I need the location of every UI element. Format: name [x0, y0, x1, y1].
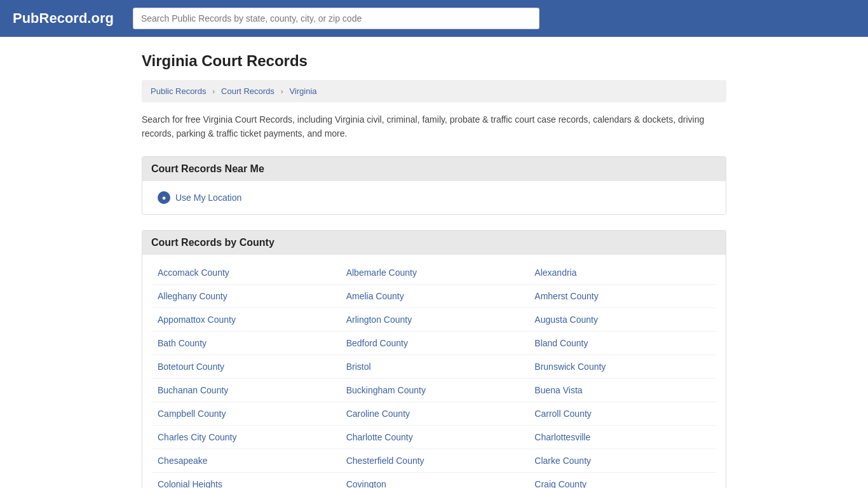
county-link[interactable]: Chesterfield County [346, 456, 424, 466]
use-my-location-button[interactable]: ● Use My Location [158, 191, 241, 204]
county-row: Botetourt CountyBristolBrunswick County [151, 355, 717, 379]
county-cell: Albemarle County [340, 261, 529, 284]
county-link[interactable]: Clarke County [534, 456, 591, 466]
county-link[interactable]: Charlotte County [346, 432, 413, 442]
county-link[interactable]: Colonial Heights [158, 479, 222, 488]
county-link[interactable]: Botetourt County [158, 362, 224, 372]
near-me-content: ● Use My Location [142, 181, 726, 214]
county-link[interactable]: Bedford County [346, 338, 408, 348]
county-cell: Charlottesville [528, 426, 717, 449]
county-link[interactable]: Buckingham County [346, 385, 426, 395]
site-title[interactable]: PubRecord.org [13, 10, 114, 27]
county-section: Court Records by County Accomack CountyA… [142, 230, 726, 488]
county-link[interactable]: Buchanan County [158, 385, 228, 395]
county-cell: Caroline County [340, 402, 529, 425]
county-row: Buchanan CountyBuckingham CountyBuena Vi… [151, 379, 717, 402]
county-cell: Botetourt County [151, 355, 340, 378]
county-cell: Arlington County [340, 308, 529, 331]
county-row: Colonial HeightsCovingtonCraig County [151, 473, 717, 488]
use-my-location-label: Use My Location [175, 193, 241, 203]
county-cell: Charles City County [151, 426, 340, 449]
county-list: Accomack CountyAlbemarle CountyAlexandri… [142, 255, 726, 488]
county-row: Campbell CountyCaroline CountyCarroll Co… [151, 402, 717, 426]
county-link[interactable]: Alexandria [534, 268, 576, 278]
county-cell: Colonial Heights [151, 473, 340, 488]
county-link[interactable]: Brunswick County [534, 362, 606, 372]
county-cell: Accomack County [151, 261, 340, 284]
near-me-section: Court Records Near Me ● Use My Location [142, 156, 726, 215]
county-cell: Buchanan County [151, 379, 340, 402]
county-link[interactable]: Bland County [534, 338, 588, 348]
county-row: Appomattox CountyArlington CountyAugusta… [151, 308, 717, 332]
county-link[interactable]: Bath County [158, 338, 207, 348]
page-title: Virginia Court Records [142, 52, 726, 70]
county-link[interactable]: Carroll County [534, 409, 591, 419]
county-cell: Buckingham County [340, 379, 529, 402]
county-link[interactable]: Amherst County [534, 291, 598, 301]
county-row: Alleghany CountyAmelia CountyAmherst Cou… [151, 285, 717, 308]
county-link[interactable]: Augusta County [534, 315, 598, 325]
county-link[interactable]: Chesapeake [158, 456, 208, 466]
county-cell: Brunswick County [528, 355, 717, 378]
page-description: Search for free Virginia Court Records, … [142, 112, 726, 141]
county-cell: Charlotte County [340, 426, 529, 449]
county-cell: Amelia County [340, 285, 529, 308]
search-input[interactable] [133, 8, 539, 29]
county-cell: Clarke County [528, 449, 717, 472]
near-me-header: Court Records Near Me [142, 157, 726, 181]
county-cell: Craig County [528, 473, 717, 488]
county-link[interactable]: Caroline County [346, 409, 410, 419]
county-cell: Bristol [340, 355, 529, 378]
county-link[interactable]: Appomattox County [158, 315, 236, 325]
county-cell: Appomattox County [151, 308, 340, 331]
breadcrumb-separator-1: › [212, 86, 215, 96]
county-row: Charles City CountyCharlotte CountyCharl… [151, 426, 717, 449]
county-link[interactable]: Amelia County [346, 291, 404, 301]
county-link[interactable]: Charles City County [158, 432, 237, 442]
site-header: PubRecord.org [0, 0, 868, 37]
county-link[interactable]: Arlington County [346, 315, 412, 325]
breadcrumb-virginia[interactable]: Virginia [289, 86, 316, 96]
county-cell: Bland County [528, 332, 717, 355]
county-cell: Alleghany County [151, 285, 340, 308]
county-cell: Chesapeake [151, 449, 340, 472]
county-link[interactable]: Albemarle County [346, 268, 417, 278]
county-cell: Alexandria [528, 261, 717, 284]
breadcrumb: Public Records › Court Records › Virgini… [142, 80, 726, 102]
breadcrumb-public-records[interactable]: Public Records [151, 86, 206, 96]
county-cell: Carroll County [528, 402, 717, 425]
county-row: ChesapeakeChesterfield CountyClarke Coun… [151, 449, 717, 473]
breadcrumb-court-records[interactable]: Court Records [221, 86, 275, 96]
location-icon: ● [158, 191, 170, 204]
county-cell: Buena Vista [528, 379, 717, 402]
county-cell: Amherst County [528, 285, 717, 308]
county-cell: Chesterfield County [340, 449, 529, 472]
county-link[interactable]: Craig County [534, 479, 587, 488]
county-cell: Covington [340, 473, 529, 488]
main-content: Virginia Court Records Public Records › … [129, 37, 739, 488]
county-link[interactable]: Campbell County [158, 409, 226, 419]
county-cell: Bath County [151, 332, 340, 355]
county-row: Bath CountyBedford CountyBland County [151, 332, 717, 355]
county-link[interactable]: Bristol [346, 362, 371, 372]
county-cell: Augusta County [528, 308, 717, 331]
county-link[interactable]: Covington [346, 479, 386, 488]
county-link[interactable]: Alleghany County [158, 291, 227, 301]
breadcrumb-separator-2: › [280, 86, 283, 96]
county-row: Accomack CountyAlbemarle CountyAlexandri… [151, 261, 717, 285]
county-cell: Bedford County [340, 332, 529, 355]
county-cell: Campbell County [151, 402, 340, 425]
county-link[interactable]: Charlottesville [534, 432, 590, 442]
county-link[interactable]: Accomack County [158, 268, 229, 278]
county-section-header: Court Records by County [142, 231, 726, 255]
county-link[interactable]: Buena Vista [534, 385, 582, 395]
